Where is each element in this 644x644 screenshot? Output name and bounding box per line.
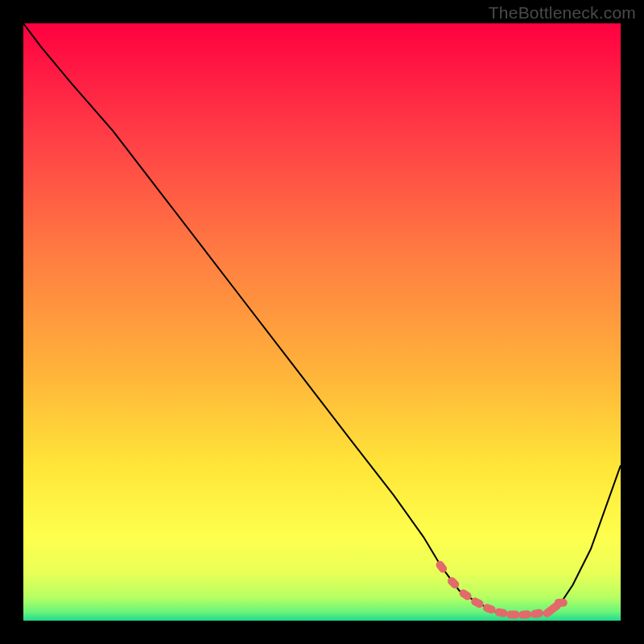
optimal-marker [530, 609, 543, 619]
optimal-markers [435, 559, 568, 619]
optimal-marker [518, 610, 532, 619]
optimal-marker [555, 599, 568, 607]
optimal-marker [458, 588, 473, 601]
plot-area [23, 23, 621, 621]
optimal-marker [482, 603, 497, 615]
optimal-marker [470, 597, 485, 609]
optimal-marker [506, 611, 519, 619]
watermark-text: TheBottleneck.com [489, 3, 636, 23]
bottleneck-curve [23, 23, 621, 621]
optimal-marker [446, 576, 460, 590]
optimal-marker [494, 608, 508, 618]
chart-frame: TheBottleneck.com [0, 0, 644, 644]
curve-line [23, 23, 621, 615]
